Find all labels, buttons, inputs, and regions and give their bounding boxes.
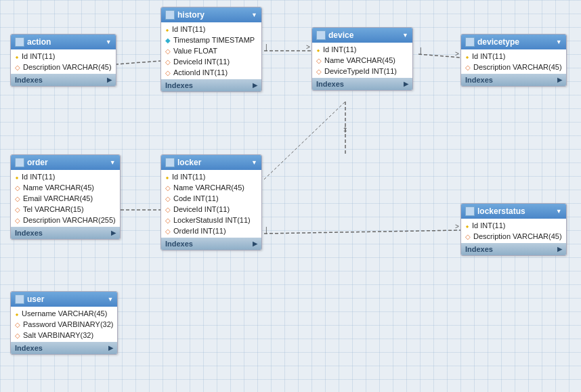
indexes-row[interactable]: Indexes▶ [11,74,116,86]
svg-text:>: > [306,43,310,51]
table-title: devicetype [477,37,519,47]
pk-icon: ⬥ [165,173,169,181]
indexes-expand-arrow[interactable]: ▶ [557,246,562,253]
indexes-label: Indexes [165,81,193,89]
field-row: ◆Timestamp TIMESTAMP [161,35,261,45]
field-row: ⬥Id INT(11) [312,44,412,55]
pk-icon: ⬥ [316,46,320,53]
pk-icon: ⬥ [15,173,19,181]
indexes-label: Indexes [316,80,344,88]
indexes-expand-arrow[interactable]: ▶ [107,77,112,83]
table-title: lockerstatus [477,206,525,216]
indexes-row[interactable]: Indexes▶ [461,243,566,255]
table-header-device[interactable]: device▼ [312,28,412,43]
svg-text:>: > [455,50,459,58]
table-icon [465,37,475,47]
indexes-row[interactable]: Indexes▶ [161,238,261,250]
field-icon: ◇ [165,69,171,77]
indexes-expand-arrow[interactable]: ▶ [111,230,116,236]
field-row: ◇DeviceTypeId INT(11) [312,66,412,77]
indexes-label: Indexes [465,245,493,253]
field-icon: ◇ [15,206,20,213]
indexes-expand-arrow[interactable]: ▶ [108,345,113,351]
table-icon [465,206,475,216]
field-text: DeviceId INT(11) [173,205,230,213]
table-title: user [27,295,44,304]
indexes-row[interactable]: Indexes▶ [11,227,120,239]
svg-text:|: | [265,43,267,51]
svg-text:>: > [455,223,459,230]
table-icon [316,30,326,40]
field-icon: ◇ [165,58,171,66]
table-dropdown-arrow[interactable]: ▼ [251,159,257,166]
field-icon: ◇ [15,321,20,328]
field-text: Id INT(11) [172,173,206,181]
table-header-user[interactable]: user▼ [11,292,117,307]
indexes-label: Indexes [15,344,43,352]
field-text: DeviceTypeId INT(11) [324,67,397,75]
field-row: ◇Code INT(11) [161,193,261,204]
table-devicetype: devicetype▼⬥Id INT(11)◇Description VARCH… [460,34,567,87]
table-header-devicetype[interactable]: devicetype▼ [461,35,566,49]
pk-icon: ⬥ [15,53,19,60]
table-dropdown-arrow[interactable]: ▼ [106,39,112,45]
indexes-row[interactable]: Indexes▶ [312,78,412,90]
table-user: user▼⬥Username VARCHAR(45)◇Password VARB… [10,291,118,355]
svg-text:|: | [420,47,422,54]
field-row: ◇Name VARCHAR(45) [161,182,261,193]
indexes-row[interactable]: Indexes▶ [461,74,566,86]
table-dropdown-arrow[interactable]: ▼ [556,208,562,215]
indexes-row[interactable]: Indexes▶ [161,79,261,91]
field-icon: ◇ [165,227,171,235]
field-row: ⬥Id INT(11) [11,171,120,182]
field-row: ⬥Id INT(11) [161,171,261,182]
table-header-lockerstatus[interactable]: lockerstatus▼ [461,204,566,219]
field-text: Id INT(11) [172,25,206,33]
field-row: ◇Email VARCHAR(45) [11,193,120,204]
indexes-expand-arrow[interactable]: ▶ [253,240,257,247]
table-body-lockerstatus: ⬥Id INT(11)◇Description VARCHAR(45) [461,219,566,243]
svg-text:|: | [265,226,267,234]
svg-line-6 [418,54,460,58]
field-icon: ◇ [15,184,20,192]
table-body-action: ⬥Id INT(11)◇Description VARCHAR(45) [11,49,116,74]
indexes-expand-arrow[interactable]: ▶ [557,77,562,83]
table-device: device▼⬥Id INT(11)◇Name VARCHAR(45)◇Devi… [311,27,413,91]
field-text: Id INT(11) [22,173,56,181]
field-row: ⬥Id INT(11) [161,24,261,35]
table-action: action▼⬥Id INT(11)◇Description VARCHAR(4… [10,34,116,87]
table-header-locker[interactable]: locker▼ [161,155,261,170]
field-icon: ◇ [15,332,20,339]
field-text: Id INT(11) [323,45,357,53]
indexes-expand-arrow[interactable]: ▶ [404,81,408,87]
field-text: Tel VARCHAR(15) [23,205,84,213]
table-dropdown-arrow[interactable]: ▼ [251,12,257,18]
field-row: ⬥Id INT(11) [461,51,566,62]
table-header-order[interactable]: order▼ [11,155,120,170]
field-row: ◇Name VARCHAR(45) [11,182,120,193]
table-header-history[interactable]: history▼ [161,7,261,22]
field-icon: ◇ [15,195,20,202]
field-row: ◇DeviceId INT(11) [161,204,261,215]
table-title: locker [177,158,201,167]
field-text: OrderId INT(11) [173,227,226,235]
svg-line-14 [264,230,460,234]
table-header-action[interactable]: action▼ [11,35,116,49]
table-dropdown-arrow[interactable]: ▼ [108,296,114,303]
field-text: LockerStatusId INT(11) [173,216,251,224]
pk-icon: ⬥ [465,53,469,60]
field-text: Salt VARBINARY(32) [23,331,93,339]
indexes-expand-arrow[interactable]: ▶ [253,82,257,89]
table-title: order [27,158,48,167]
table-locker: locker▼⬥Id INT(11)◇Name VARCHAR(45)◇Code… [160,154,262,251]
indexes-row[interactable]: Indexes▶ [11,342,117,354]
table-dropdown-arrow[interactable]: ▼ [402,32,408,39]
field-icon: ◇ [165,47,171,55]
fk-icon: ◆ [165,37,171,44]
indexes-label: Indexes [465,76,493,84]
field-text: Id INT(11) [472,221,506,230]
table-dropdown-arrow[interactable]: ▼ [556,39,562,45]
table-icon [165,10,175,20]
table-dropdown-arrow[interactable]: ▼ [110,159,116,166]
indexes-label: Indexes [165,240,193,248]
